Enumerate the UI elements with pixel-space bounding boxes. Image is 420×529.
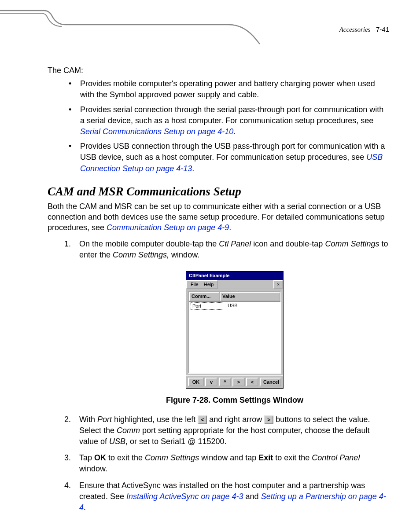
intro-lead: The CAM: (48, 65, 390, 76)
section-intro: Both the CAM and MSR can be set up to co… (48, 201, 390, 233)
step-1: On the mobile computer double-tap the Ct… (64, 239, 390, 406)
col-comm[interactable]: Comm... (189, 292, 220, 301)
close-button[interactable]: × (273, 280, 283, 289)
window-menubar: File Help × (186, 280, 283, 289)
bullet-serial: Provides serial connection through the s… (78, 104, 390, 138)
data-row[interactable]: Port USB (189, 302, 280, 310)
up-button[interactable]: ^ (219, 378, 231, 386)
header-section: Accessories (339, 26, 371, 33)
menu-help[interactable]: Help (201, 281, 217, 288)
menu-file[interactable]: File (188, 281, 201, 288)
header-page: 7-41 (376, 26, 389, 33)
left-arrow-icon: < (198, 415, 207, 424)
button-bar: OK v ^ > < Cancel (186, 375, 283, 388)
steps-list: On the mobile computer double-tap the Ct… (48, 239, 390, 513)
step-4: Ensure that ActiveSync was installed on … (64, 480, 390, 514)
cam-bullets: Provides mobile computer's operating pow… (48, 78, 390, 174)
column-headers: Comm... Value (189, 292, 280, 301)
window-client: Comm... Value Port USB (188, 291, 281, 374)
right-button[interactable]: > (232, 378, 245, 386)
cell-value: USB (223, 302, 238, 310)
down-button[interactable]: v (205, 378, 217, 386)
left-button[interactable]: < (246, 378, 258, 386)
step-3: Tap OK to exit the Comm Settings window … (64, 452, 390, 474)
ok-button[interactable]: OK (188, 378, 204, 386)
col-value[interactable]: Value (220, 292, 280, 301)
menu-box: File Help (186, 280, 218, 289)
page-header: Accessories 7-41 (339, 26, 389, 33)
section-heading: CAM and MSR Communications Setup (48, 185, 390, 198)
bullet-power: Provides mobile computer's operating pow… (78, 78, 390, 100)
figure-caption: Figure 7-28. Comm Settings Window (79, 395, 390, 406)
ctlpanel-window: CtlPanel Example File Help × Comm... Val… (186, 271, 284, 389)
link-comm-setup[interactable]: Communication Setup on page 4-9 (107, 223, 229, 232)
link-serial-setup[interactable]: Serial Communications Setup on page 4-10 (80, 127, 233, 136)
step-2: With Port highlighted, use the left < an… (64, 414, 390, 448)
window-titlebar: CtlPanel Example (186, 272, 283, 280)
right-arrow-icon: > (264, 415, 273, 424)
figure-window-wrap: CtlPanel Example File Help × Comm... Val… (79, 271, 390, 389)
cancel-button[interactable]: Cancel (260, 378, 281, 386)
page-content: The CAM: Provides mobile computer's oper… (48, 65, 390, 518)
cell-port: Port (191, 302, 223, 310)
link-installing-activesync[interactable]: Installing ActiveSync on page 4-3 (126, 492, 243, 501)
bullet-usb: Provides USB connection through the USB … (78, 141, 390, 174)
